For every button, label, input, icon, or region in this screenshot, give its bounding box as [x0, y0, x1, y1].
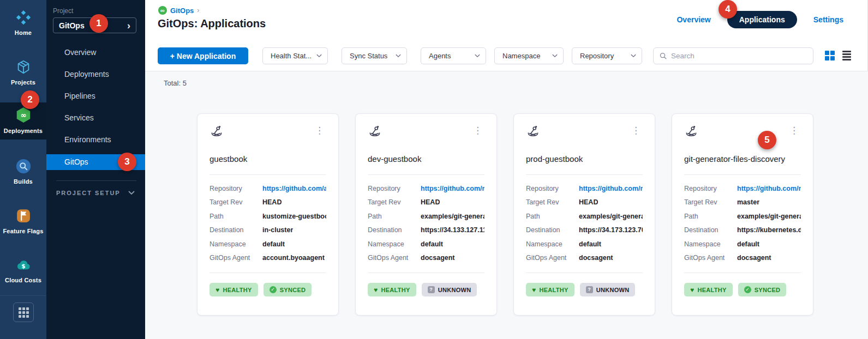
list-view-icon[interactable]	[842, 51, 851, 60]
field-label: Namespace	[209, 240, 262, 248]
breadcrumb-gitops-link[interactable]: GitOps	[170, 7, 194, 15]
argo-application-icon	[526, 125, 540, 139]
new-application-button[interactable]: + New Application	[158, 47, 248, 64]
tab-overview[interactable]: Overview	[677, 15, 710, 24]
filter-repository[interactable]: Repository	[572, 47, 642, 64]
search-box	[653, 47, 813, 64]
rail-item-builds[interactable]: Builds	[0, 154, 46, 190]
field-label: Destination	[526, 226, 579, 234]
module-picker-button[interactable]	[13, 302, 34, 322]
sidebar-divider	[56, 180, 136, 181]
sidebar-item-overview[interactable]: Overview	[46, 41, 145, 63]
grid-view-icon[interactable]	[825, 51, 835, 60]
field-label: Path	[526, 213, 579, 220]
field-value: examples/git-genera...	[737, 213, 801, 220]
svg-text:$: $	[21, 263, 25, 270]
repository-link[interactable]: https://github.com/m...	[737, 185, 801, 192]
rail-bottom-section	[0, 295, 46, 339]
app-card-git-generator-files-discovery[interactable]: ⋮ git-generator-files-discovery Reposito…	[672, 113, 813, 316]
header-tabs: Overview Applications Settings	[677, 11, 843, 28]
svg-text:∞: ∞	[20, 111, 26, 119]
filter-label: Namespace	[502, 52, 540, 60]
field-label: Path	[368, 213, 421, 220]
argo-application-icon	[209, 125, 224, 139]
app-fields: Repositoryhttps://github.com/m... Target…	[526, 181, 643, 265]
field-label: Target Rev	[684, 198, 737, 206]
rail-item-projects[interactable]: Projects	[0, 55, 46, 90]
projects-icon	[15, 59, 32, 76]
field-label: Repository	[684, 185, 737, 192]
field-label: Path	[684, 213, 737, 220]
heart-icon: ♥	[374, 287, 378, 293]
rail-item-feature-flags[interactable]: Feature Flags	[0, 204, 46, 239]
sidebar-item-environments[interactable]: Environments	[46, 129, 145, 150]
card-menu-kebab-icon[interactable]: ⋮	[629, 125, 643, 136]
status-badges: ♥HEALTHY ✓SYNCED	[209, 283, 326, 296]
sync-status-badge: ✓SYNCED	[738, 283, 787, 296]
field-value: https://kubernetes.d...	[737, 226, 801, 234]
question-icon: ?	[428, 286, 435, 293]
field-label: Repository	[209, 185, 262, 192]
field-label: Target Rev	[526, 198, 579, 206]
app-name[interactable]: guestbook	[209, 154, 326, 164]
field-label: Namespace	[526, 240, 579, 248]
rail-item-deployments[interactable]: ∞ Deployments	[0, 102, 46, 140]
rail-label: Deployments	[0, 128, 46, 134]
repository-link[interactable]: https://github.com/m...	[421, 185, 484, 192]
health-status-badge: ♥HEALTHY	[368, 283, 416, 296]
heart-icon: ♥	[532, 287, 536, 293]
field-label: Target Rev	[209, 198, 262, 206]
repository-link[interactable]: https://github.com/m...	[579, 185, 643, 192]
app-card-prod-guestbook[interactable]: ⋮ prod-guestbook Repositoryhttps://githu…	[513, 113, 655, 316]
app-name[interactable]: dev-guestbook	[368, 154, 484, 164]
field-value: HEAD	[579, 198, 598, 206]
chevron-down-icon	[475, 54, 480, 58]
app-fields: Repositoryhttps://github.com/a... Target…	[209, 181, 326, 265]
filter-namespace[interactable]: Namespace	[494, 47, 564, 64]
card-menu-kebab-icon[interactable]: ⋮	[787, 125, 801, 136]
field-value: examples/git-genera...	[421, 213, 484, 220]
sidebar-item-services[interactable]: Services	[46, 107, 145, 129]
chevron-down-icon	[128, 191, 135, 195]
repository-link[interactable]: https://github.com/a...	[262, 185, 326, 192]
field-value: HEAD	[421, 198, 440, 206]
chevron-down-icon	[396, 54, 401, 58]
home-icon	[15, 9, 32, 27]
health-status-badge: ♥HEALTHY	[526, 283, 574, 296]
field-label: Repository	[526, 185, 579, 192]
builds-icon	[15, 158, 32, 175]
app-card-guestbook[interactable]: ⋮ guestbook Repositoryhttps://github.com…	[197, 113, 339, 316]
search-input[interactable]	[671, 52, 807, 60]
rail-item-home[interactable]: Home	[0, 5, 46, 41]
project-setup-toggle[interactable]: PROJECT SETUP	[56, 190, 135, 196]
rail-item-cloud-costs[interactable]: $ Cloud Costs	[0, 253, 46, 288]
field-value: master	[737, 198, 759, 206]
app-name[interactable]: git-generator-files-discovery	[684, 154, 801, 164]
app-card-dev-guestbook[interactable]: ⋮ dev-guestbook Repositoryhttps://github…	[355, 113, 497, 316]
filter-health-status[interactable]: Health Stat...	[262, 47, 328, 64]
main-content: ∞ GitOps › GitOps: Applications Overview…	[145, 0, 868, 339]
tab-settings[interactable]: Settings	[813, 15, 843, 24]
filter-label: Agents	[429, 52, 451, 60]
card-menu-kebab-icon[interactable]: ⋮	[313, 125, 326, 136]
app-name[interactable]: prod-guestbook	[526, 154, 643, 164]
card-divider	[526, 174, 643, 175]
field-value: docsagent	[579, 254, 613, 262]
filter-label: Health Stat...	[271, 52, 312, 60]
filter-agents[interactable]: Agents	[421, 47, 486, 64]
field-value: account.byoaagent	[262, 254, 325, 262]
field-label: Namespace	[684, 240, 737, 248]
field-label: Destination	[209, 226, 262, 234]
field-value: examples/git-genera...	[579, 213, 643, 220]
field-value: default	[579, 240, 601, 248]
card-divider	[209, 273, 326, 273]
filter-label: Repository	[580, 52, 614, 60]
project-label: Project	[53, 7, 73, 15]
filter-sync-status[interactable]: Sync Status	[342, 47, 407, 64]
sidebar-item-pipelines[interactable]: Pipelines	[46, 85, 145, 107]
sidebar-item-deployments[interactable]: Deployments	[46, 63, 145, 85]
tab-applications[interactable]: Applications	[727, 11, 797, 28]
check-circle-icon: ✓	[744, 286, 751, 293]
rail-label: Home	[0, 29, 46, 36]
card-menu-kebab-icon[interactable]: ⋮	[471, 125, 484, 136]
